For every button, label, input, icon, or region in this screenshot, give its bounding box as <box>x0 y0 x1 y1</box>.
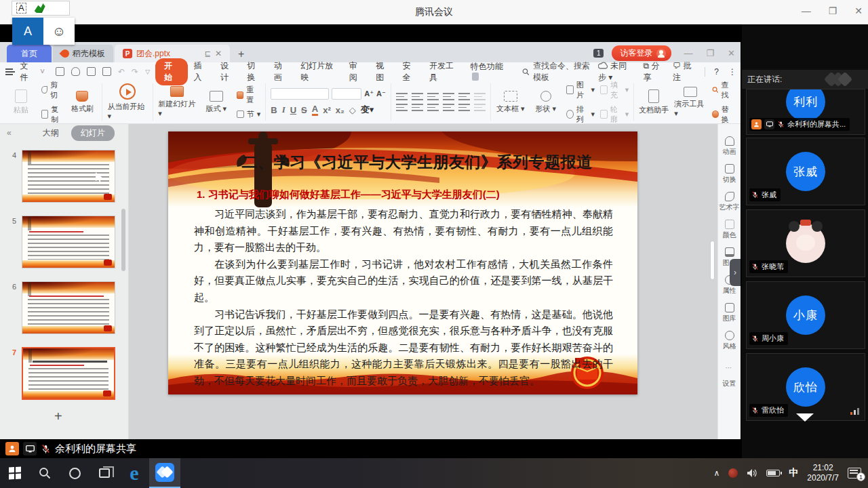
wps-close-button[interactable]: ✕ <box>728 48 735 58</box>
guest-login-button[interactable]: 访客登录 <box>612 45 671 61</box>
start-button[interactable] <box>0 458 30 488</box>
save-icon[interactable] <box>56 67 64 76</box>
slide-thumbnail-6[interactable]: 6 <box>8 281 115 334</box>
italic-button[interactable]: I <box>282 104 285 115</box>
scroll-down-arrow[interactable] <box>796 413 814 422</box>
section-button[interactable]: 节 ▾ <box>237 109 261 119</box>
tool-transition[interactable]: 切换 <box>723 164 736 184</box>
increase-indent-button[interactable] <box>443 93 454 100</box>
share-button[interactable]: ⧉ 分享 <box>643 60 663 83</box>
slide-thumbnail-4[interactable]: 4 <box>8 150 115 203</box>
doc-assistant-button[interactable]: 文档助手 <box>639 89 669 115</box>
picture-button[interactable]: 图片 ▾ <box>566 80 595 100</box>
tab-slides[interactable]: 幻灯片 <box>71 125 115 141</box>
new-slide-button[interactable]: 新建幻灯片 ▾ <box>158 86 195 118</box>
reset-button[interactable]: 重置 <box>237 85 261 105</box>
preview-icon[interactable] <box>102 67 111 76</box>
action-center-icon[interactable]: 1 <box>848 468 861 479</box>
align-left-button[interactable] <box>396 104 408 111</box>
tab-outline[interactable]: 大纲 <box>43 127 59 139</box>
pen-tool-icon[interactable] <box>35 3 45 13</box>
decrease-indent-button[interactable] <box>427 93 439 100</box>
current-slide[interactable]: 二、学习《习近平与大学生朋友们》系列专题报道 1. 习书记与我们聊如何做好基层工… <box>168 131 637 394</box>
help-button[interactable]: ? <box>714 67 719 77</box>
emoji-annotate-button[interactable]: ☺ <box>43 18 75 45</box>
clear-format-button[interactable]: ◇ <box>349 105 356 115</box>
collapse-panel-button[interactable]: « <box>7 128 12 138</box>
close-tab-icon[interactable]: ✕ <box>215 49 222 58</box>
text-tool-icon[interactable]: A <box>16 3 26 14</box>
task-view-button[interactable] <box>90 458 119 488</box>
strikethrough-button[interactable]: S <box>301 105 307 115</box>
restore-button[interactable]: ❐ <box>829 5 837 16</box>
phonetic-button[interactable]: 变▾ <box>361 104 374 116</box>
align-center-button[interactable] <box>412 104 423 111</box>
font-color-button[interactable]: A <box>312 104 318 116</box>
bold-button[interactable]: B <box>271 105 277 115</box>
play-from-current-button[interactable]: 从当前开始 ▾ <box>107 83 148 121</box>
font-name-select[interactable] <box>271 88 329 100</box>
tool-settings[interactable]: 设置 <box>723 379 736 388</box>
font-size-select[interactable] <box>332 88 361 100</box>
customize-icon[interactable]: ▽ <box>145 68 150 75</box>
format-painter-button[interactable]: 格式刷 <box>67 91 97 114</box>
tool-gallery[interactable]: 图库 <box>723 303 736 323</box>
line-spacing-button[interactable] <box>458 104 470 111</box>
shapes-button[interactable]: 形状 ▾ <box>531 91 561 114</box>
taskbar-clock[interactable]: 21:02 2020/7/7 <box>807 463 839 483</box>
participant-tile[interactable]: 张晓苇 <box>746 209 865 277</box>
find-button[interactable]: 查找 <box>712 80 734 100</box>
print-icon[interactable] <box>87 67 96 76</box>
cortana-button[interactable] <box>60 458 90 488</box>
canvas-scrollbar[interactable] <box>710 241 715 280</box>
paragraph-more-button[interactable] <box>474 104 486 111</box>
more-button[interactable]: ⋮ <box>728 67 736 77</box>
subscript-button[interactable]: x₂ <box>336 105 344 115</box>
text-direction-button[interactable] <box>458 93 470 100</box>
output-icon[interactable] <box>71 67 80 76</box>
grow-font-button[interactable]: A⁺ <box>364 89 374 98</box>
align-right-button[interactable] <box>427 104 439 111</box>
expand-panel-tab[interactable]: › <box>730 259 741 286</box>
tab-docer-templates[interactable]: 稻壳模板 <box>53 45 113 62</box>
wps-restore-button[interactable]: ❐ <box>706 48 714 58</box>
columns-button[interactable] <box>474 93 486 100</box>
bullets-button[interactable] <box>396 93 408 100</box>
slide-thumbnail-5[interactable]: 5 <box>8 216 115 268</box>
minimize-button[interactable]: — <box>802 5 811 16</box>
underline-button[interactable]: U <box>290 105 296 115</box>
annotation-toolbar[interactable]: A ☺ <box>12 18 75 45</box>
tool-animation[interactable]: 动画 <box>723 136 736 157</box>
annotation-mini-toolbar[interactable]: A <box>12 1 70 16</box>
cut-button[interactable]: 剪切 <box>41 80 62 100</box>
tool-colors[interactable]: 颜色 <box>723 220 736 240</box>
present-tools-button[interactable]: 演示工具 ▾ <box>674 87 706 118</box>
shrink-font-button[interactable]: A⁻ <box>376 89 386 98</box>
outline-button[interactable]: 轮廓 ▾ <box>600 104 629 125</box>
participant-tile[interactable]: 张威 张威 <box>746 138 865 205</box>
paste-button[interactable]: 粘贴 <box>6 89 36 115</box>
thumbnail-scrollbar[interactable] <box>121 209 125 271</box>
text-annotate-button[interactable]: A <box>12 18 43 45</box>
tray-app-icon[interactable] <box>728 468 738 478</box>
wps-minimize-button[interactable]: — <box>684 48 692 58</box>
textbox-button[interactable]: 文本框 ▾ <box>496 91 526 114</box>
edge-browser-icon[interactable]: e <box>119 458 149 488</box>
tencent-meeting-taskbar-icon[interactable] <box>149 458 180 488</box>
replace-button[interactable]: 替换 <box>712 104 734 125</box>
message-count-badge[interactable]: 1 <box>593 49 604 58</box>
quick-access-toolbar[interactable]: ↶ ↷ ▽ <box>50 67 155 77</box>
tray-expand-icon[interactable]: ∧ <box>713 468 719 478</box>
superscript-button[interactable]: x² <box>323 105 331 115</box>
close-button[interactable]: ✕ <box>854 5 863 16</box>
ime-indicator[interactable]: 中 <box>789 467 798 479</box>
redo-icon[interactable]: ↷ <box>132 67 138 77</box>
participant-tile[interactable]: 欣怡 雷欣怡 <box>746 353 865 421</box>
add-slide-button[interactable]: + <box>54 409 62 424</box>
comment-button[interactable]: 🗩 批注 <box>673 60 694 83</box>
participant-tile-sharing[interactable]: 利利 余利利的屏幕共... <box>746 89 865 135</box>
undo-icon[interactable]: ↶ <box>118 67 125 77</box>
tool-wordart[interactable]: 艺术字 <box>719 192 740 212</box>
fill-button[interactable]: 填充 ▾ <box>600 80 629 100</box>
battery-icon[interactable] <box>766 470 780 476</box>
